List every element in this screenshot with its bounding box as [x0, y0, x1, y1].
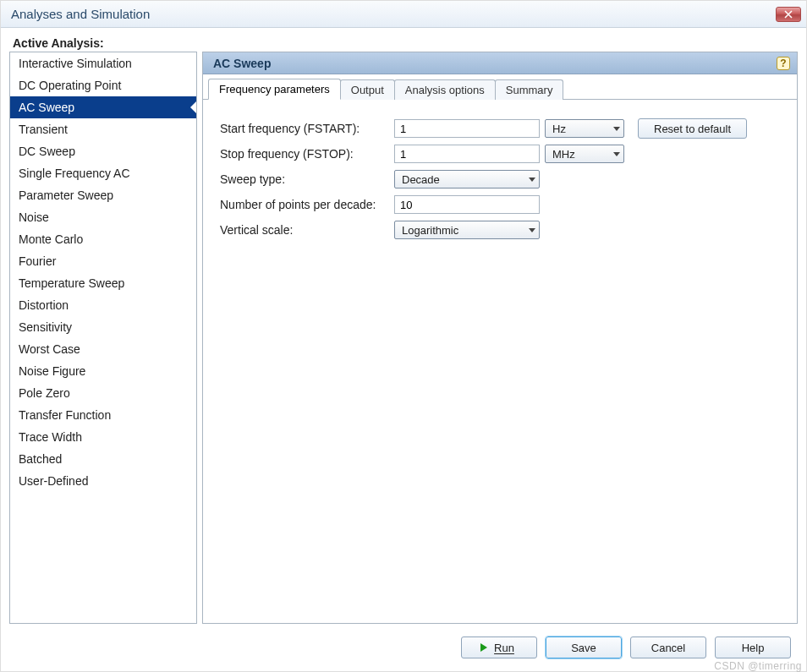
tab-output[interactable]: Output [340, 79, 395, 100]
sidebar-item-dc-operating-point[interactable]: DC Operating Point [10, 74, 196, 96]
reset-to-default-button[interactable]: Reset to default [638, 118, 747, 139]
select-value: MHz [552, 148, 575, 161]
sidebar-item-noise-figure[interactable]: Noise Figure [10, 360, 196, 382]
sidebar-item-worst-case[interactable]: Worst Case [10, 338, 196, 360]
tab-row: Frequency parameters Output Analysis opt… [203, 74, 797, 100]
sidebar-item-ac-sweep[interactable]: AC Sweep [10, 96, 196, 118]
sidebar-item-trace-width[interactable]: Trace Width [10, 426, 196, 448]
tab-frequency-parameters[interactable]: Frequency parameters [208, 79, 341, 100]
sidebar-item-pole-zero[interactable]: Pole Zero [10, 382, 196, 404]
tab-summary[interactable]: Summary [495, 79, 564, 100]
input-stop-frequency[interactable] [394, 145, 540, 163]
sidebar-item-sensitivity[interactable]: Sensitivity [10, 316, 196, 338]
sidebar-item-user-defined[interactable]: User-Defined [10, 470, 196, 492]
input-start-frequency[interactable] [394, 119, 540, 138]
sidebar-item-distortion[interactable]: Distortion [10, 294, 196, 316]
footer: Run Save Cancel Help [1, 624, 806, 671]
select-value: Decade [402, 173, 440, 186]
help-icon[interactable]: ? [777, 57, 790, 70]
label-stop-frequency: Stop frequency (FSTOP): [220, 147, 389, 161]
label-points-per-decade: Number of points per decade: [220, 198, 389, 211]
help-button[interactable]: Help [715, 636, 791, 658]
sidebar-item-parameter-sweep[interactable]: Parameter Sweep [10, 184, 196, 206]
label-vertical-scale: Vertical scale: [220, 223, 389, 237]
sidebar-item-single-frequency-ac[interactable]: Single Frequency AC [10, 162, 196, 184]
select-value: Logarithmic [402, 224, 458, 237]
row-stop-frequency: Stop frequency (FSTOP): MHz [220, 144, 780, 164]
tab-analysis-options[interactable]: Analysis options [394, 79, 496, 100]
label-sweep-type: Sweep type: [220, 172, 389, 186]
play-icon [480, 643, 487, 652]
sidebar-item-noise[interactable]: Noise [10, 206, 196, 228]
close-icon [784, 7, 793, 21]
panel-title: AC Sweep [213, 57, 271, 70]
sidebar-item-monte-carlo[interactable]: Monte Carlo [10, 228, 196, 250]
run-button[interactable]: Run [461, 636, 537, 658]
sidebar-item-transient[interactable]: Transient [10, 118, 196, 140]
chevron-down-icon [529, 228, 535, 232]
panel-header: AC Sweep ? [203, 52, 797, 74]
sidebar-item-transfer-function[interactable]: Transfer Function [10, 404, 196, 426]
save-button[interactable]: Save [546, 636, 622, 658]
row-vertical-scale: Vertical scale: Logarithmic [220, 220, 780, 240]
select-start-frequency-unit[interactable]: Hz [545, 119, 624, 138]
sidebar-item-fourier[interactable]: Fourier [10, 250, 196, 272]
sidebar-item-batched[interactable]: Batched [10, 448, 196, 470]
select-value: Hz [552, 123, 566, 135]
chevron-down-icon [613, 127, 620, 131]
dialog-window: Analyses and Simulation Active Analysis:… [0, 0, 807, 672]
row-sweep-type: Sweep type: Decade [220, 169, 780, 189]
select-sweep-type[interactable]: Decade [394, 170, 540, 188]
select-vertical-scale[interactable]: Logarithmic [394, 221, 540, 239]
window-title: Analyses and Simulation [11, 7, 150, 21]
chevron-down-icon [529, 178, 535, 182]
titlebar: Analyses and Simulation [1, 1, 806, 28]
close-button[interactable] [776, 7, 801, 22]
sidebar-item-interactive-simulation[interactable]: Interactive Simulation [10, 52, 196, 74]
label-start-frequency: Start frequency (FSTART): [220, 122, 389, 135]
analysis-list: Interactive Simulation DC Operating Poin… [9, 52, 197, 624]
input-points-per-decade[interactable] [394, 195, 540, 214]
select-stop-frequency-unit[interactable]: MHz [545, 145, 624, 163]
watermark: CSDN @timerring [714, 660, 802, 672]
active-analysis-label: Active Analysis: [1, 28, 806, 52]
sidebar-item-temperature-sweep[interactable]: Temperature Sweep [10, 272, 196, 294]
cancel-button[interactable]: Cancel [630, 636, 706, 658]
row-start-frequency: Start frequency (FSTART): Hz Reset to de… [220, 118, 780, 139]
chevron-down-icon [613, 152, 620, 156]
sidebar-item-dc-sweep[interactable]: DC Sweep [10, 140, 196, 162]
body: Interactive Simulation DC Operating Poin… [1, 52, 806, 624]
row-points-per-decade: Number of points per decade: [220, 194, 780, 215]
main-panel: AC Sweep ? Frequency parameters Output A… [202, 52, 798, 624]
tab-content: Start frequency (FSTART): Hz Reset to de… [203, 100, 797, 623]
